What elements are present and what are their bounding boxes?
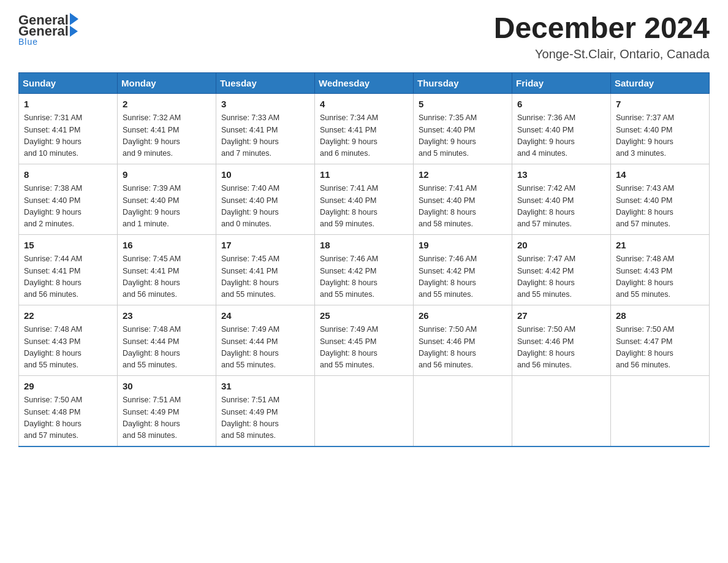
header-saturday: Saturday: [611, 72, 710, 93]
calendar-cell: 18Sunrise: 7:46 AM Sunset: 4:42 PM Dayli…: [315, 234, 414, 305]
calendar-cell: 14Sunrise: 7:43 AM Sunset: 4:40 PM Dayli…: [611, 164, 710, 234]
header-thursday: Thursday: [414, 72, 512, 93]
calendar-cell: 15Sunrise: 7:44 AM Sunset: 4:41 PM Dayli…: [19, 234, 118, 305]
day-number: 7: [616, 98, 704, 112]
calendar-cell: 13Sunrise: 7:42 AM Sunset: 4:40 PM Dayli…: [512, 164, 611, 234]
day-info: Sunrise: 7:48 AM Sunset: 4:43 PM Dayligh…: [616, 253, 704, 301]
day-info: Sunrise: 7:45 AM Sunset: 4:41 PM Dayligh…: [221, 253, 309, 301]
day-info: Sunrise: 7:32 AM Sunset: 4:41 PM Dayligh…: [123, 112, 211, 160]
logo-blue-text: Blue: [18, 37, 38, 47]
calendar-cell: 22Sunrise: 7:48 AM Sunset: 4:43 PM Dayli…: [19, 305, 118, 375]
day-number: 5: [419, 98, 507, 112]
day-info: Sunrise: 7:46 AM Sunset: 4:42 PM Dayligh…: [419, 253, 507, 301]
day-number: 24: [221, 309, 309, 323]
calendar-cell: [611, 375, 710, 446]
day-info: Sunrise: 7:35 AM Sunset: 4:40 PM Dayligh…: [419, 112, 507, 160]
day-info: Sunrise: 7:47 AM Sunset: 4:42 PM Dayligh…: [517, 253, 605, 301]
day-number: 26: [419, 309, 507, 323]
page-header: General General Blue December 2024 Yonge…: [18, 12, 710, 61]
calendar-cell: 8Sunrise: 7:38 AM Sunset: 4:40 PM Daylig…: [19, 164, 118, 234]
day-number: 14: [616, 168, 704, 182]
calendar-cell: 19Sunrise: 7:46 AM Sunset: 4:42 PM Dayli…: [414, 234, 512, 305]
day-info: Sunrise: 7:40 AM Sunset: 4:40 PM Dayligh…: [221, 183, 309, 231]
day-info: Sunrise: 7:41 AM Sunset: 4:40 PM Dayligh…: [320, 183, 408, 231]
calendar-cell: 7Sunrise: 7:37 AM Sunset: 4:40 PM Daylig…: [611, 93, 710, 164]
calendar-cell: 3Sunrise: 7:33 AM Sunset: 4:41 PM Daylig…: [216, 93, 315, 164]
header-sunday: Sunday: [19, 72, 118, 93]
calendar-week-row: 8Sunrise: 7:38 AM Sunset: 4:40 PM Daylig…: [19, 164, 710, 234]
calendar-cell: 1Sunrise: 7:31 AM Sunset: 4:41 PM Daylig…: [19, 93, 118, 164]
day-number: 20: [517, 239, 605, 253]
day-number: 25: [320, 309, 408, 323]
calendar-cell: 11Sunrise: 7:41 AM Sunset: 4:40 PM Dayli…: [315, 164, 414, 234]
day-info: Sunrise: 7:38 AM Sunset: 4:40 PM Dayligh…: [24, 183, 112, 231]
calendar-table: SundayMondayTuesdayWednesdayThursdayFrid…: [18, 72, 710, 447]
day-info: Sunrise: 7:48 AM Sunset: 4:44 PM Dayligh…: [123, 324, 211, 372]
calendar-cell: 21Sunrise: 7:48 AM Sunset: 4:43 PM Dayli…: [611, 234, 710, 305]
day-info: Sunrise: 7:50 AM Sunset: 4:46 PM Dayligh…: [517, 324, 605, 372]
day-info: Sunrise: 7:36 AM Sunset: 4:40 PM Dayligh…: [517, 112, 605, 160]
calendar-cell: [512, 375, 611, 446]
header-friday: Friday: [512, 72, 611, 93]
calendar-cell: 4Sunrise: 7:34 AM Sunset: 4:41 PM Daylig…: [315, 93, 414, 164]
day-info: Sunrise: 7:44 AM Sunset: 4:41 PM Dayligh…: [24, 253, 112, 301]
day-number: 23: [123, 309, 211, 323]
calendar-cell: 24Sunrise: 7:49 AM Sunset: 4:44 PM Dayli…: [216, 305, 315, 375]
calendar-cell: 30Sunrise: 7:51 AM Sunset: 4:49 PM Dayli…: [118, 375, 216, 446]
day-number: 17: [221, 239, 309, 253]
day-number: 21: [616, 239, 704, 253]
day-number: 29: [24, 380, 112, 394]
day-info: Sunrise: 7:34 AM Sunset: 4:41 PM Dayligh…: [320, 112, 408, 160]
calendar-cell: 27Sunrise: 7:50 AM Sunset: 4:46 PM Dayli…: [512, 305, 611, 375]
calendar-week-row: 22Sunrise: 7:48 AM Sunset: 4:43 PM Dayli…: [19, 305, 710, 375]
calendar-cell: 9Sunrise: 7:39 AM Sunset: 4:40 PM Daylig…: [118, 164, 216, 234]
day-number: 1: [24, 98, 112, 112]
calendar-cell: [315, 375, 414, 446]
day-number: 16: [123, 239, 211, 253]
logo: General General Blue: [18, 12, 79, 47]
day-info: Sunrise: 7:49 AM Sunset: 4:44 PM Dayligh…: [221, 324, 309, 372]
calendar-cell: 17Sunrise: 7:45 AM Sunset: 4:41 PM Dayli…: [216, 234, 315, 305]
calendar-cell: 20Sunrise: 7:47 AM Sunset: 4:42 PM Dayli…: [512, 234, 611, 305]
day-info: Sunrise: 7:39 AM Sunset: 4:40 PM Dayligh…: [123, 183, 211, 231]
day-info: Sunrise: 7:42 AM Sunset: 4:40 PM Dayligh…: [517, 183, 605, 231]
calendar-week-row: 29Sunrise: 7:50 AM Sunset: 4:48 PM Dayli…: [19, 375, 710, 446]
location: Yonge-St.Clair, Ontario, Canada: [494, 47, 710, 61]
calendar-week-row: 1Sunrise: 7:31 AM Sunset: 4:41 PM Daylig…: [19, 93, 710, 164]
day-number: 2: [123, 98, 211, 112]
day-info: Sunrise: 7:33 AM Sunset: 4:41 PM Dayligh…: [221, 112, 309, 160]
day-info: Sunrise: 7:50 AM Sunset: 4:46 PM Dayligh…: [419, 324, 507, 372]
calendar-cell: [414, 375, 512, 446]
day-number: 9: [123, 168, 211, 182]
calendar-cell: 23Sunrise: 7:48 AM Sunset: 4:44 PM Dayli…: [118, 305, 216, 375]
calendar-cell: 12Sunrise: 7:41 AM Sunset: 4:40 PM Dayli…: [414, 164, 512, 234]
day-info: Sunrise: 7:31 AM Sunset: 4:41 PM Dayligh…: [24, 112, 112, 160]
header-monday: Monday: [118, 72, 216, 93]
calendar-cell: 25Sunrise: 7:49 AM Sunset: 4:45 PM Dayli…: [315, 305, 414, 375]
day-number: 28: [616, 309, 704, 323]
day-number: 27: [517, 309, 605, 323]
calendar-cell: 10Sunrise: 7:40 AM Sunset: 4:40 PM Dayli…: [216, 164, 315, 234]
day-number: 13: [517, 168, 605, 182]
calendar-cell: 28Sunrise: 7:50 AM Sunset: 4:47 PM Dayli…: [611, 305, 710, 375]
title-block: December 2024 Yonge-St.Clair, Ontario, C…: [494, 12, 710, 61]
day-number: 4: [320, 98, 408, 112]
day-number: 30: [123, 380, 211, 394]
day-number: 31: [221, 380, 309, 394]
day-number: 11: [320, 168, 408, 182]
day-number: 10: [221, 168, 309, 182]
calendar-cell: 31Sunrise: 7:51 AM Sunset: 4:49 PM Dayli…: [216, 375, 315, 446]
calendar-cell: 26Sunrise: 7:50 AM Sunset: 4:46 PM Dayli…: [414, 305, 512, 375]
day-info: Sunrise: 7:51 AM Sunset: 4:49 PM Dayligh…: [221, 394, 309, 442]
day-info: Sunrise: 7:37 AM Sunset: 4:40 PM Dayligh…: [616, 112, 704, 160]
calendar-cell: 5Sunrise: 7:35 AM Sunset: 4:40 PM Daylig…: [414, 93, 512, 164]
calendar-cell: 6Sunrise: 7:36 AM Sunset: 4:40 PM Daylig…: [512, 93, 611, 164]
header-tuesday: Tuesday: [216, 72, 315, 93]
day-info: Sunrise: 7:50 AM Sunset: 4:47 PM Dayligh…: [616, 324, 704, 372]
calendar-cell: 16Sunrise: 7:45 AM Sunset: 4:41 PM Dayli…: [118, 234, 216, 305]
day-number: 6: [517, 98, 605, 112]
day-number: 18: [320, 239, 408, 253]
day-info: Sunrise: 7:48 AM Sunset: 4:43 PM Dayligh…: [24, 324, 112, 372]
day-number: 12: [419, 168, 507, 182]
day-info: Sunrise: 7:49 AM Sunset: 4:45 PM Dayligh…: [320, 324, 408, 372]
